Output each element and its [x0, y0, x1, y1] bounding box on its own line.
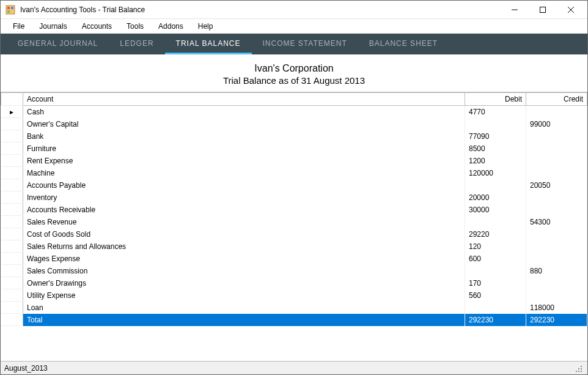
table-row[interactable]: Cost of Goods Sold29220: [1, 228, 587, 240]
maximize-button[interactable]: [529, 1, 557, 19]
row-marker: [1, 191, 23, 204]
cell-account[interactable]: Total: [23, 314, 465, 326]
cell-debit[interactable]: 4770: [465, 106, 526, 118]
cell-debit[interactable]: 1200: [465, 155, 526, 167]
table-row[interactable]: Rent Expense1200: [1, 155, 587, 167]
cell-account[interactable]: Furniture: [23, 143, 465, 155]
grid-container: Account Debit Credit ▸Cash4770Owner's Ca…: [1, 92, 587, 361]
cell-account[interactable]: Loan: [23, 302, 465, 314]
cell-account[interactable]: Inventory: [23, 191, 465, 204]
menu-journals[interactable]: Journals: [32, 20, 74, 33]
table-row[interactable]: Accounts Receivable30000: [1, 204, 587, 216]
table-row[interactable]: Sales Revenue54300: [1, 216, 587, 228]
cell-debit[interactable]: [465, 302, 526, 314]
cell-credit[interactable]: [526, 204, 587, 216]
cell-account[interactable]: Sales Returns and Allowances: [23, 240, 465, 253]
total-row[interactable]: Total292230292230: [1, 314, 587, 326]
cell-debit[interactable]: 29220: [465, 228, 526, 240]
tab-income-statement[interactable]: Income Statement: [252, 34, 358, 54]
cell-debit[interactable]: [465, 118, 526, 130]
tab-ledger[interactable]: Ledger: [109, 34, 164, 54]
cell-debit[interactable]: 600: [465, 253, 526, 265]
cell-debit[interactable]: 292230: [465, 314, 526, 326]
cell-account[interactable]: Cost of Goods Sold: [23, 228, 465, 240]
table-row[interactable]: Sales Returns and Allowances120: [1, 240, 587, 253]
cell-debit[interactable]: 30000: [465, 204, 526, 216]
cell-account[interactable]: Utility Expense: [23, 289, 465, 302]
cell-account[interactable]: Accounts Receivable: [23, 204, 465, 216]
table-row[interactable]: Furniture8500: [1, 143, 587, 155]
cell-account[interactable]: Owner's Drawings: [23, 277, 465, 289]
row-marker: [1, 143, 23, 155]
cell-credit[interactable]: [526, 240, 587, 253]
table-row[interactable]: Machine120000: [1, 167, 587, 179]
table-row[interactable]: Loan118000: [1, 302, 587, 314]
cell-account[interactable]: Bank: [23, 130, 465, 143]
resize-grip-icon[interactable]: [575, 364, 584, 373]
tab-trial-balance[interactable]: Trial Balance: [165, 34, 252, 54]
cell-credit[interactable]: 292230: [526, 314, 587, 326]
report-header: Ivan's Corporation Trial Balance as of 3…: [1, 54, 587, 92]
menu-file[interactable]: File: [6, 20, 32, 33]
menu-accounts[interactable]: Accounts: [75, 20, 119, 33]
cell-debit[interactable]: [465, 216, 526, 228]
cell-debit[interactable]: 170: [465, 277, 526, 289]
cell-debit[interactable]: 120000: [465, 167, 526, 179]
row-marker: [1, 130, 23, 143]
cell-debit[interactable]: 120: [465, 240, 526, 253]
cell-credit[interactable]: [526, 143, 587, 155]
cell-credit[interactable]: [526, 191, 587, 204]
cell-account[interactable]: Rent Expense: [23, 155, 465, 167]
cell-account[interactable]: Sales Revenue: [23, 216, 465, 228]
window-controls: [501, 1, 585, 19]
menu-help[interactable]: Help: [191, 20, 221, 33]
cell-credit[interactable]: [526, 289, 587, 302]
trial-balance-grid[interactable]: Account Debit Credit ▸Cash4770Owner's Ca…: [1, 92, 587, 326]
cell-account[interactable]: Machine: [23, 167, 465, 179]
cell-credit[interactable]: 880: [526, 265, 587, 277]
cell-debit[interactable]: [465, 265, 526, 277]
tab-general-journal[interactable]: General Journal: [7, 34, 109, 54]
table-row[interactable]: Sales Commission880: [1, 265, 587, 277]
table-row[interactable]: Utility Expense560: [1, 289, 587, 302]
cell-credit[interactable]: 118000: [526, 302, 587, 314]
cell-credit[interactable]: [526, 277, 587, 289]
col-credit[interactable]: Credit: [526, 93, 587, 106]
table-row[interactable]: Accounts Payable20050: [1, 179, 587, 191]
tab-balance-sheet[interactable]: Balance Sheet: [358, 34, 449, 54]
cell-credit[interactable]: [526, 253, 587, 265]
table-row[interactable]: Inventory20000: [1, 191, 587, 204]
col-account[interactable]: Account: [23, 93, 465, 106]
cell-debit[interactable]: [465, 179, 526, 191]
table-row[interactable]: Owner's Drawings170: [1, 277, 587, 289]
status-text: August_2013: [4, 364, 48, 373]
cell-debit[interactable]: 8500: [465, 143, 526, 155]
minimize-button[interactable]: [501, 1, 529, 19]
col-debit[interactable]: Debit: [465, 93, 526, 106]
cell-debit[interactable]: 20000: [465, 191, 526, 204]
svg-rect-4: [11, 10, 13, 13]
cell-credit[interactable]: [526, 228, 587, 240]
cell-credit[interactable]: [526, 155, 587, 167]
cell-account[interactable]: Accounts Payable: [23, 179, 465, 191]
table-row[interactable]: Wages Expense600: [1, 253, 587, 265]
cell-credit[interactable]: 20050: [526, 179, 587, 191]
menu-addons[interactable]: Addons: [151, 20, 191, 33]
cell-account[interactable]: Wages Expense: [23, 253, 465, 265]
cell-account[interactable]: Sales Commission: [23, 265, 465, 277]
table-row[interactable]: ▸Cash4770: [1, 106, 587, 118]
close-button[interactable]: [557, 1, 585, 19]
cell-credit[interactable]: [526, 167, 587, 179]
cell-credit[interactable]: 54300: [526, 216, 587, 228]
titlebar: Ivan's Accounting Tools - Trial Balance: [1, 1, 587, 19]
table-row[interactable]: Owner's Capital99000: [1, 118, 587, 130]
cell-debit[interactable]: 77090: [465, 130, 526, 143]
cell-account[interactable]: Cash: [23, 106, 465, 118]
cell-credit[interactable]: [526, 130, 587, 143]
cell-account[interactable]: Owner's Capital: [23, 118, 465, 130]
table-row[interactable]: Bank77090: [1, 130, 587, 143]
cell-credit[interactable]: 99000: [526, 118, 587, 130]
cell-credit[interactable]: [526, 106, 587, 118]
cell-debit[interactable]: 560: [465, 289, 526, 302]
menu-tools[interactable]: Tools: [119, 20, 151, 33]
